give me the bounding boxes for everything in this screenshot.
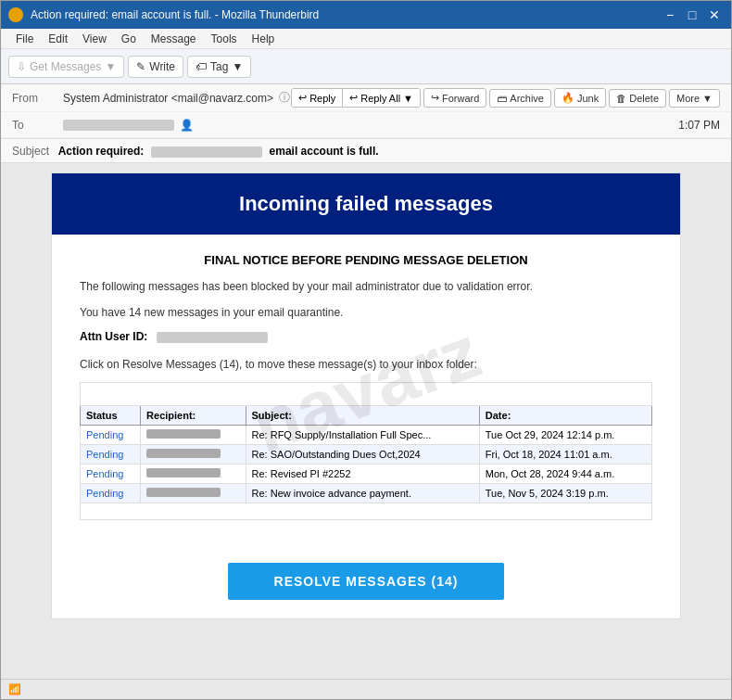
from-row: From System Administrator <mail@navarz.c…: [1, 84, 731, 112]
app-icon: [8, 7, 23, 22]
email-content: Incoming failed messages navarz FINAL NO…: [51, 172, 681, 619]
table-column-headers: Status Recipient: Subject: Date:: [81, 406, 652, 426]
status-bar: 📶: [1, 679, 731, 699]
user-id-blurred: [157, 332, 268, 343]
write-button[interactable]: ✎ Write: [128, 56, 183, 78]
maximize-button[interactable]: □: [683, 6, 701, 23]
tag-dropdown-icon: ▼: [232, 60, 243, 73]
reply-all-dropdown-icon: ▼: [403, 93, 413, 104]
click-instruction-text: Click on Resolve Messages (14), to move …: [80, 356, 652, 373]
junk-button[interactable]: 🔥 Junk: [554, 88, 606, 108]
body-paragraph: The following messages has been blocked …: [80, 278, 652, 295]
get-messages-dropdown-icon: ▼: [105, 60, 116, 73]
pending-link-0[interactable]: Pending: [86, 429, 123, 440]
archive-icon: 🗃: [497, 93, 507, 104]
table-row: Pending Re: New invoice advance payment.…: [81, 484, 652, 503]
subject-1: Re: SAO/Outstanding Dues Oct,2024: [246, 445, 479, 465]
attn-line: Attn User ID:: [80, 330, 652, 343]
table-row: Pending Re: Revised PI #2252 Mon, Oct 28…: [81, 465, 652, 484]
menu-message[interactable]: Message: [144, 31, 204, 47]
table-row: Pending Re: RFQ Supply/Installation Full…: [81, 426, 652, 445]
col-status: Status: [81, 406, 141, 426]
pencil-icon: ✎: [136, 60, 145, 73]
menu-go[interactable]: Go: [114, 31, 144, 47]
close-button[interactable]: ✕: [705, 6, 724, 23]
to-address-blurred: [63, 120, 174, 131]
from-label: From: [12, 92, 63, 105]
menu-edit[interactable]: Edit: [41, 31, 75, 47]
reply-button[interactable]: ↩ Reply: [292, 89, 342, 107]
subject-0: Re: RFQ Supply/Installation Full Spec...: [246, 426, 479, 445]
to-avatar-icon: 👤: [180, 119, 194, 132]
get-messages-icon: ⇩: [17, 60, 26, 73]
get-messages-button[interactable]: ⇩ Get Messages ▼: [8, 56, 124, 78]
subject-prefix: Action required:: [58, 145, 145, 158]
forward-icon: ↪: [431, 92, 439, 104]
subject-3: Re: New invoice advance payment.: [246, 484, 479, 503]
reply-all-icon: ↩: [349, 92, 358, 104]
table-footer-row: [81, 503, 652, 520]
date-2: Mon, Oct 28, 2024 9:44 a.m.: [479, 465, 651, 484]
pending-link-3[interactable]: Pending: [86, 488, 123, 499]
recipient-blurred-2: [146, 468, 221, 477]
final-notice-text: FINAL NOTICE BEFORE PENDING MESSAGE DELE…: [80, 253, 652, 267]
email-header: From System Administrator <mail@navarz.c…: [1, 84, 731, 139]
menu-help[interactable]: Help: [245, 31, 283, 47]
quarantine-count-text: You have 14 new messages in your email q…: [80, 304, 652, 321]
archive-button[interactable]: 🗃 Archive: [489, 89, 551, 108]
more-button[interactable]: More ▼: [669, 89, 720, 108]
col-recipient: Recipient:: [141, 406, 246, 426]
forward-button[interactable]: ↪ Forward: [423, 88, 486, 108]
menu-tools[interactable]: Tools: [204, 31, 245, 47]
recipient-blurred-1: [146, 449, 221, 458]
title-bar: Action required: email account is full. …: [1, 1, 731, 29]
window-controls: − □ ✕: [661, 6, 724, 23]
email-body: Incoming failed messages navarz FINAL NO…: [1, 163, 731, 679]
table-footer: [81, 503, 652, 520]
attn-label: Attn User ID:: [80, 330, 147, 343]
resolve-section: RESOLVE MESSAGES (14): [52, 544, 680, 618]
date-0: Tue Oct 29, 2024 12:14 p.m.: [479, 426, 651, 445]
tag-button[interactable]: 🏷 Tag ▼: [187, 56, 251, 78]
header-actions: ↩ Reply ↩ Reply All ▼ ↪ Forward 🗃: [291, 88, 720, 108]
pending-link-1[interactable]: Pending: [86, 449, 123, 460]
recipient-blurred-3: [146, 488, 221, 497]
col-subject: Subject:: [246, 406, 479, 426]
to-row: To 👤 1:07 PM: [1, 112, 731, 138]
subject-row: Subject Action required: email account i…: [1, 139, 731, 163]
from-value: System Administrator <mail@navarz.com> ⓘ: [63, 90, 291, 106]
info-icon[interactable]: ⓘ: [279, 90, 290, 106]
to-value: 👤: [63, 119, 678, 132]
menu-view[interactable]: View: [75, 31, 114, 47]
menu-bar: File Edit View Go Message Tools Help: [1, 29, 731, 49]
delete-icon: 🗑: [616, 93, 626, 104]
col-date: Date:: [479, 406, 651, 426]
table-main-header: Quarantined email: [81, 383, 652, 406]
junk-icon: 🔥: [562, 92, 574, 104]
delete-button[interactable]: 🗑 Delete: [609, 89, 666, 108]
main-window: Action required: email account is full. …: [0, 0, 732, 700]
subject-label: Subject: [12, 145, 49, 158]
tag-icon: 🏷: [196, 60, 207, 73]
content-body: navarz FINAL NOTICE BEFORE PENDING MESSA…: [52, 235, 680, 544]
pending-link-2[interactable]: Pending: [86, 468, 123, 479]
recipient-blurred-0: [146, 429, 221, 439]
content-header-banner: Incoming failed messages: [52, 173, 680, 235]
table-row: Pending Re: SAO/Outstanding Dues Oct,202…: [81, 445, 652, 465]
to-label: To: [12, 119, 63, 132]
resolve-messages-button[interactable]: RESOLVE MESSAGES (14): [228, 563, 505, 600]
date-1: Fri, Oct 18, 2024 11:01 a.m.: [479, 445, 651, 465]
wifi-icon: 📶: [8, 683, 21, 695]
reply-split-button: ↩ Reply ↩ Reply All ▼: [291, 88, 421, 108]
subject-suffix: email account is full.: [270, 145, 379, 158]
minimize-button[interactable]: −: [661, 6, 679, 23]
subject-2: Re: Revised PI #2252: [246, 465, 479, 484]
reply-icon: ↩: [298, 92, 307, 104]
reply-all-button[interactable]: ↩ Reply All ▼: [343, 89, 420, 107]
window-title: Action required: email account is full. …: [31, 8, 661, 21]
menu-file[interactable]: File: [8, 31, 41, 47]
more-dropdown-icon: ▼: [702, 93, 713, 104]
subject-blurred: [151, 146, 262, 158]
toolbar: ⇩ Get Messages ▼ ✎ Write 🏷 Tag ▼: [1, 49, 731, 84]
date-3: Tue, Nov 5, 2024 3:19 p.m.: [479, 484, 651, 503]
